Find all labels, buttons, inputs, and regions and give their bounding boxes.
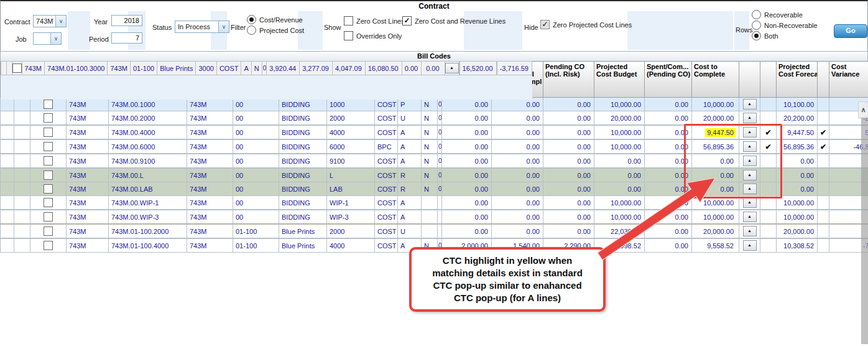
- ctc-popup-spinner-button[interactable]: ▲: [445, 63, 459, 73]
- freeze-checkbox[interactable]: [12, 63, 22, 73]
- grid-row[interactable]: 743M743M.00.L743M00BIDDINGLCOSTRN00.000.…: [1, 169, 868, 182]
- radio-icon[interactable]: [752, 21, 761, 30]
- cell-s: N: [422, 154, 438, 168]
- cell-ctc[interactable]: 20,000.00: [692, 111, 739, 125]
- grid-row[interactable]: 743M743M.00.LAB743M00BIDDINGLABCOSTRN00.…: [1, 182, 868, 196]
- ctc-popup-spinner-button[interactable]: ▲: [743, 184, 757, 194]
- checkbox-zero-projected-cost-lines[interactable]: ✓Zero Projected Cost Lines: [540, 20, 632, 29]
- checkbox-overrides-only[interactable]: Overrides Only: [344, 31, 402, 40]
- contract-dropdown[interactable]: 743M ∨: [33, 15, 67, 27]
- ctc-popup-spinner-button[interactable]: ▲: [743, 240, 757, 251]
- grid-row[interactable]: 743M743M.00.WIP-1743M00BIDDINGWIP-1COSTA…: [1, 196, 868, 210]
- cell-ctc[interactable]: 10,000.00: [692, 98, 739, 111]
- ctc-popup-spinner-button[interactable]: ▲: [743, 141, 757, 152]
- grid-row[interactable]: 743M743M.00.WIP-3743M00BIDDINGWIP-3COSTA…: [1, 210, 868, 224]
- freeze-checkbox[interactable]: [44, 171, 53, 180]
- cell-ctc[interactable]: 0.00: [692, 154, 739, 168]
- cell-type: COST: [375, 111, 398, 125]
- grid-row[interactable]: 743M743M.00.2000743M00BIDDING2000COSTUN0…: [1, 111, 868, 125]
- freeze-checkbox[interactable]: [44, 100, 53, 109]
- ctc-popup-spinner-button[interactable]: ▲: [743, 212, 757, 222]
- column-header-spent[interactable]: Spent/Com...(Pending CO): [645, 62, 692, 98]
- checkbox-icon[interactable]: [344, 31, 353, 40]
- checkbox-icon[interactable]: ✓: [540, 20, 550, 29]
- grid-row[interactable]: 743M743M.00.4000743M00BIDDING4000COSTAN0…: [1, 126, 868, 139]
- cell-spent: 0.00: [645, 98, 692, 111]
- column-header-ctc[interactable]: Cost toComplete: [692, 62, 739, 98]
- scrollbar-up-button[interactable]: ∧: [858, 101, 868, 118]
- radio-icon[interactable]: [247, 26, 256, 35]
- column-header-variance[interactable]: CostVariance: [829, 62, 868, 98]
- radio-cost-revenue[interactable]: Cost/Revenue: [247, 15, 304, 24]
- radio-both[interactable]: Both: [752, 31, 818, 40]
- column-header-pending_risk[interactable]: Pending CO(Incl. Risk): [543, 62, 594, 98]
- column-header-budget[interactable]: ProjectedCost Budget: [594, 62, 645, 98]
- freeze-checkbox[interactable]: [44, 156, 53, 166]
- ctc-popup-spinner-button[interactable]: ▲: [743, 113, 757, 123]
- freeze-checkbox[interactable]: [44, 184, 53, 194]
- radio-icon[interactable]: [752, 10, 761, 19]
- cell-budget: 10,000.00: [594, 196, 645, 210]
- ctc-value: 9,558.52: [705, 241, 736, 250]
- cell-freeze: [30, 225, 67, 238]
- cell-chk: [760, 239, 777, 253]
- cell-ctc[interactable]: 0.00: [692, 169, 739, 182]
- freeze-checkbox[interactable]: [44, 113, 53, 123]
- column-header-chk2[interactable]: [818, 62, 829, 98]
- checkbox-icon[interactable]: [344, 16, 353, 26]
- grid-row[interactable]: 743M743M.00.9100743M00BIDDING9100COSTAN0…: [1, 154, 868, 168]
- cell-pending_ext: 0.00: [492, 154, 543, 168]
- radio-projected-cost[interactable]: Projected Cost: [247, 26, 304, 35]
- grid-row[interactable]: 743M743M.01-100.2000743M01-100Blue Print…: [1, 225, 868, 238]
- checkbox-zero-cost-and-revenue-lines[interactable]: ✓Zero Cost and Revenue Lines: [402, 16, 506, 26]
- ctc-popup-spinner-button[interactable]: ▲: [743, 197, 757, 208]
- job-dropdown[interactable]: ∨: [33, 32, 62, 45]
- cell-ctc[interactable]: 0.00: [692, 182, 739, 196]
- freeze-checkbox[interactable]: [44, 227, 53, 236]
- freeze-checkbox[interactable]: [44, 212, 53, 222]
- cell-ctc[interactable]: 9,447.50: [692, 126, 739, 139]
- cell-name: Blue Prints: [157, 62, 196, 75]
- cell-ctc[interactable]: 20,000.00: [692, 225, 739, 238]
- cell-chk: [760, 98, 777, 111]
- ctc-popup-spinner-button[interactable]: ▲: [743, 127, 757, 138]
- cell-arrow: ▲: [445, 62, 459, 75]
- column-header-forecast[interactable]: ProjectedCost Forecast: [777, 62, 818, 98]
- ctc-popup-spinner-button[interactable]: ▲: [743, 156, 757, 166]
- radio-icon[interactable]: [247, 15, 256, 24]
- year-input[interactable]: [111, 15, 142, 26]
- freeze-checkbox[interactable]: [44, 142, 53, 151]
- cell-ctc[interactable]: 10,000.00: [692, 196, 739, 210]
- radio-recoverable[interactable]: Recoverable: [752, 10, 818, 19]
- freeze-checkbox[interactable]: [44, 241, 53, 250]
- checkbox-icon[interactable]: ✓: [402, 16, 412, 26]
- ctc-popup-spinner-button[interactable]: ▲: [743, 170, 757, 180]
- go-button[interactable]: Go: [834, 24, 867, 38]
- cell-pending_co: 0.00: [442, 225, 492, 238]
- ctc-popup-spinner-button[interactable]: ▲: [743, 99, 757, 110]
- grid-row[interactable]: 743M743M.01-100.3000743M01-100Blue Print…: [1, 61, 532, 100]
- freeze-checkbox[interactable]: [44, 128, 53, 137]
- cell-ctc[interactable]: 56,895.36: [692, 140, 739, 154]
- cell-ctc[interactable]: 0.00: [422, 62, 445, 75]
- cell-chk: [760, 169, 777, 182]
- cell-meth: R: [398, 169, 422, 182]
- show-group-label: Show: [324, 24, 341, 31]
- ctc-popup-spinner-button[interactable]: ▲: [743, 226, 757, 236]
- radio-non-recoverable[interactable]: Non-Recoverable: [752, 21, 818, 30]
- show-option-slot: Overrides Only: [344, 30, 402, 42]
- period-input[interactable]: [111, 32, 142, 44]
- cell-ctc[interactable]: 10,000.00: [692, 210, 739, 224]
- cell-job: 743M: [187, 126, 233, 139]
- column-header-arrow[interactable]: [739, 62, 760, 98]
- radio-icon[interactable]: [752, 31, 761, 40]
- grid-row[interactable]: 743M743M.00.6000743M00BIDDING6000BPCAN00…: [1, 140, 868, 154]
- cell-sliver: [438, 225, 442, 238]
- column-header-chk[interactable]: [760, 62, 777, 98]
- status-dropdown[interactable]: In Process ∨: [175, 21, 229, 33]
- checkbox-zero-cost-lines[interactable]: Zero Cost Lines: [344, 16, 405, 26]
- scrollbar-thumb[interactable]: [861, 118, 868, 344]
- cell-job: 743M: [108, 62, 131, 75]
- freeze-checkbox[interactable]: [44, 198, 53, 207]
- cell-ctc[interactable]: 9,558.52: [692, 239, 739, 253]
